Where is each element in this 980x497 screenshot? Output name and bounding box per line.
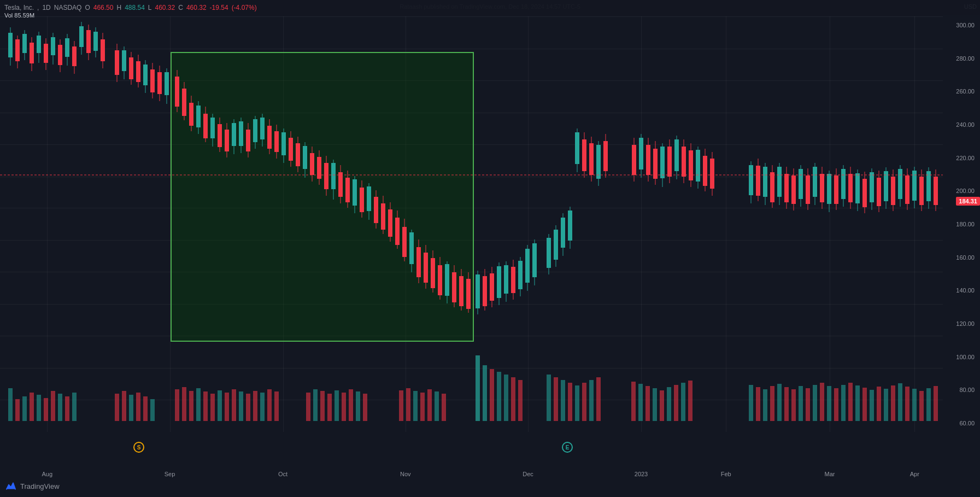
svg-rect-339 [934, 177, 938, 205]
svg-rect-101 [15, 39, 20, 61]
svg-rect-10 [115, 394, 119, 421]
stock-timeframe: 1D [42, 4, 50, 11]
svg-rect-167 [260, 118, 265, 139]
low-label: L [148, 4, 152, 11]
svg-rect-169 [267, 126, 272, 149]
svg-rect-131 [129, 57, 133, 79]
svg-rect-337 [926, 171, 931, 201]
time-label-oct: Oct [278, 471, 287, 477]
svg-rect-81 [820, 383, 824, 421]
svg-rect-249 [561, 218, 565, 248]
svg-rect-335 [919, 177, 924, 205]
svg-rect-269 [653, 149, 658, 179]
svg-rect-86 [855, 385, 860, 421]
price-level-140: 140.00 [943, 287, 978, 294]
svg-rect-76 [784, 387, 789, 421]
svg-rect-241 [525, 249, 530, 283]
svg-rect-71 [749, 385, 753, 421]
svg-rect-75 [777, 384, 782, 421]
svg-rect-331 [905, 176, 909, 204]
svg-rect-12 [129, 395, 133, 421]
svg-rect-93 [905, 387, 909, 421]
svg-rect-261 [603, 141, 608, 171]
svg-rect-42 [413, 391, 418, 421]
svg-rect-66 [660, 390, 664, 421]
svg-rect-317 [855, 173, 860, 203]
svg-rect-68 [674, 385, 678, 421]
svg-rect-303 [806, 176, 810, 204]
low-value: 460.32 [155, 4, 175, 11]
svg-rect-22 [218, 390, 222, 421]
svg-rect-251 [568, 211, 572, 241]
svg-rect-227 [476, 274, 480, 308]
svg-rect-14 [143, 396, 148, 421]
svg-rect-305 [813, 167, 817, 197]
svg-rect-185 [324, 163, 328, 189]
svg-rect-55 [554, 377, 558, 421]
svg-rect-34 [327, 394, 332, 421]
svg-rect-88 [870, 390, 874, 421]
svg-rect-299 [791, 176, 796, 204]
svg-rect-20 [203, 391, 208, 421]
svg-rect-90 [884, 389, 888, 421]
svg-rect-92 [898, 383, 902, 421]
svg-rect-6 [51, 391, 55, 421]
svg-rect-285 [710, 159, 714, 189]
svg-rect-61 [596, 377, 601, 421]
svg-rect-67 [667, 387, 671, 421]
svg-rect-41 [406, 388, 410, 421]
svg-rect-26 [246, 394, 250, 421]
svg-rect-85 [848, 383, 853, 421]
svg-rect-193 [353, 179, 357, 206]
svg-rect-123 [93, 32, 98, 51]
svg-rect-99 [8, 33, 13, 57]
svg-rect-267 [646, 145, 650, 175]
svg-rect-257 [589, 143, 594, 175]
svg-rect-233 [497, 266, 501, 298]
svg-rect-223 [459, 276, 463, 306]
svg-rect-323 [877, 178, 881, 206]
svg-rect-46 [442, 394, 446, 421]
svg-rect-59 [582, 383, 586, 421]
svg-rect-201 [381, 203, 385, 230]
svg-rect-287 [749, 165, 753, 195]
svg-rect-28 [260, 393, 265, 421]
svg-rect-217 [438, 265, 442, 295]
svg-rect-62 [631, 382, 636, 421]
time-label-2023: 2023 [635, 471, 648, 477]
svg-rect-36 [342, 393, 346, 421]
svg-rect-141 [165, 72, 169, 95]
svg-rect-163 [246, 130, 250, 151]
svg-rect-95 [919, 391, 924, 421]
svg-rect-263 [632, 145, 636, 175]
svg-rect-255 [582, 139, 586, 171]
chart-container: Rataash published on TradingView.com, De… [0, 0, 980, 497]
svg-rect-221 [452, 272, 456, 302]
svg-rect-197 [367, 186, 371, 211]
svg-rect-147 [189, 103, 193, 126]
price-level-200: 200.00 [943, 188, 978, 194]
svg-rect-293 [770, 172, 774, 202]
svg-rect-187 [331, 163, 336, 189]
svg-rect-4 [37, 395, 41, 421]
svg-rect-56 [561, 380, 565, 421]
svg-rect-295 [777, 167, 782, 197]
svg-rect-173 [281, 132, 286, 155]
svg-rect-31 [306, 393, 310, 421]
svg-rect-50 [497, 372, 501, 421]
svg-rect-341 [4, 480, 17, 493]
svg-rect-153 [210, 118, 215, 138]
svg-rect-277 [682, 147, 686, 177]
svg-rect-265 [639, 138, 643, 169]
svg-rect-247 [554, 230, 558, 260]
svg-rect-211 [416, 247, 421, 277]
svg-rect-145 [182, 89, 186, 116]
svg-rect-313 [841, 169, 846, 199]
svg-rect-175 [289, 138, 293, 161]
svg-rect-57 [568, 383, 572, 421]
svg-rect-143 [175, 77, 179, 107]
price-level-260: 260.00 [943, 88, 978, 95]
svg-rect-9 [72, 393, 77, 421]
svg-rect-291 [763, 167, 767, 197]
svg-rect-205 [395, 218, 400, 245]
